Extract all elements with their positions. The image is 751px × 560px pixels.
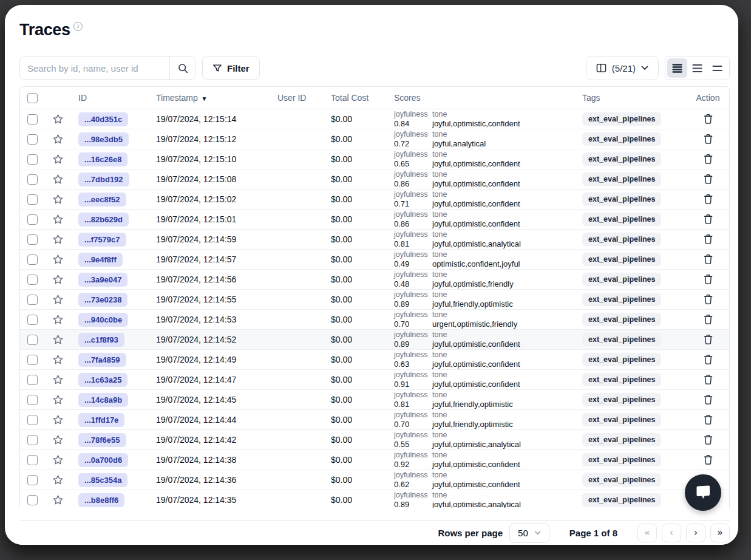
trace-tag-badge[interactable]: ext_eval_pipelines xyxy=(582,253,661,266)
bookmark-star-button[interactable] xyxy=(44,214,71,225)
row-height-large-button[interactable] xyxy=(707,58,727,78)
trace-id-badge[interactable]: ...85c354a xyxy=(78,473,127,487)
row-checkbox[interactable] xyxy=(27,254,38,265)
delete-trace-button[interactable] xyxy=(687,194,729,205)
row-checkbox[interactable] xyxy=(27,214,38,225)
table-row[interactable]: ...eec8f52 19/07/2024, 12:15:02 $0.00 jo… xyxy=(20,190,729,210)
bookmark-star-button[interactable] xyxy=(44,114,71,125)
trace-tag-badge[interactable]: ext_eval_pipelines xyxy=(582,132,661,146)
trace-id-badge[interactable]: ...7dbd192 xyxy=(78,172,129,186)
column-visibility-button[interactable]: (5/21) xyxy=(586,56,659,80)
rows-per-page-select[interactable]: 50 xyxy=(509,523,549,543)
row-checkbox[interactable] xyxy=(27,435,38,445)
row-checkbox[interactable] xyxy=(27,375,38,385)
prev-page-button[interactable]: ‹ xyxy=(662,524,681,542)
table-row[interactable]: ...16c26e8 19/07/2024, 12:15:10 $0.00 jo… xyxy=(20,149,729,169)
table-row[interactable]: ...1c63a25 19/07/2024, 12:14:47 $0.00 jo… xyxy=(20,370,729,390)
row-checkbox[interactable] xyxy=(27,455,38,465)
bookmark-star-button[interactable] xyxy=(44,254,71,265)
delete-trace-button[interactable] xyxy=(687,134,729,145)
bookmark-star-button[interactable] xyxy=(44,454,71,466)
trace-tag-badge[interactable]: ext_eval_pipelines xyxy=(582,213,661,226)
trace-id-badge[interactable]: ...14c8a9b xyxy=(78,393,128,407)
trace-id-badge[interactable]: ...1c63a25 xyxy=(78,373,127,387)
trace-id-badge[interactable]: ...78f6e55 xyxy=(78,433,126,447)
row-checkbox[interactable] xyxy=(27,154,38,165)
table-row[interactable]: ...14c8a9b 19/07/2024, 12:14:45 $0.00 jo… xyxy=(20,390,729,410)
table-row[interactable]: ...0a700d6 19/07/2024, 12:14:38 $0.00 jo… xyxy=(20,450,729,470)
trace-id-badge[interactable]: ...16c26e8 xyxy=(78,152,127,166)
bookmark-star-button[interactable] xyxy=(44,314,71,326)
row-checkbox[interactable] xyxy=(27,475,38,485)
bookmark-star-button[interactable] xyxy=(44,194,71,205)
delete-trace-button[interactable] xyxy=(687,234,729,245)
table-row[interactable]: ...9e4f8ff 19/07/2024, 12:14:57 $0.00 jo… xyxy=(20,250,729,270)
row-height-small-button[interactable] xyxy=(667,58,687,78)
bookmark-star-button[interactable] xyxy=(44,274,71,285)
trace-tag-badge[interactable]: ext_eval_pipelines xyxy=(582,393,661,406)
delete-trace-button[interactable] xyxy=(687,394,729,405)
trace-tag-badge[interactable]: ext_eval_pipelines xyxy=(582,233,661,246)
table-row[interactable]: ...b8e8ff6 19/07/2024, 12:14:35 $0.00 jo… xyxy=(20,490,729,508)
table-row[interactable]: ...1ffd17e 19/07/2024, 12:14:44 $0.00 jo… xyxy=(20,410,729,430)
trace-tag-badge[interactable]: ext_eval_pipelines xyxy=(582,353,661,366)
row-checkbox[interactable] xyxy=(27,174,38,185)
bookmark-star-button[interactable] xyxy=(44,394,71,406)
table-row[interactable]: ...f7579c7 19/07/2024, 12:14:59 $0.00 jo… xyxy=(20,230,729,250)
chat-widget-button[interactable] xyxy=(685,474,721,511)
trace-tag-badge[interactable]: ext_eval_pipelines xyxy=(582,453,661,466)
bookmark-star-button[interactable] xyxy=(44,134,71,145)
trace-tag-badge[interactable]: ext_eval_pipelines xyxy=(582,413,661,426)
bookmark-star-button[interactable] xyxy=(44,494,71,506)
trace-tag-badge[interactable]: ext_eval_pipelines xyxy=(582,172,661,186)
trace-tag-badge[interactable]: ext_eval_pipelines xyxy=(582,293,661,306)
trace-id-badge[interactable]: ...82b629d xyxy=(78,213,129,227)
table-row[interactable]: ...7fa4859 19/07/2024, 12:14:49 $0.00 jo… xyxy=(20,350,729,370)
table-row[interactable]: ...85c354a 19/07/2024, 12:14:36 $0.00 jo… xyxy=(20,470,729,490)
trace-id-badge[interactable]: ...0a700d6 xyxy=(78,453,128,467)
trace-id-badge[interactable]: ...40d351c xyxy=(78,112,128,126)
row-checkbox[interactable] xyxy=(27,275,38,285)
table-row[interactable]: ...7dbd192 19/07/2024, 12:15:08 $0.00 jo… xyxy=(20,169,729,190)
trace-id-badge[interactable]: ...73e0238 xyxy=(78,293,127,307)
trace-id-badge[interactable]: ...b8e8ff6 xyxy=(78,493,124,507)
row-checkbox[interactable] xyxy=(27,134,38,145)
trace-id-badge[interactable]: ...c1f8f93 xyxy=(78,333,124,347)
delete-trace-button[interactable] xyxy=(687,214,729,225)
bookmark-star-button[interactable] xyxy=(44,154,71,165)
delete-trace-button[interactable] xyxy=(687,174,729,185)
trace-id-badge[interactable]: ...9e4f8ff xyxy=(78,253,123,267)
delete-trace-button[interactable] xyxy=(687,374,729,385)
table-row[interactable]: ...73e0238 19/07/2024, 12:14:55 $0.00 jo… xyxy=(20,290,729,310)
delete-trace-button[interactable] xyxy=(687,274,729,285)
trace-id-badge[interactable]: ...f7579c7 xyxy=(78,233,126,247)
table-row[interactable]: ...c1f8f93 19/07/2024, 12:14:52 $0.00 jo… xyxy=(20,330,729,350)
trace-tag-badge[interactable]: ext_eval_pipelines xyxy=(582,493,661,507)
row-checkbox[interactable] xyxy=(27,335,38,345)
bookmark-star-button[interactable] xyxy=(44,474,71,486)
trace-tag-badge[interactable]: ext_eval_pipelines xyxy=(582,333,661,346)
delete-trace-button[interactable] xyxy=(687,294,729,305)
row-checkbox[interactable] xyxy=(27,114,38,125)
delete-trace-button[interactable] xyxy=(687,254,729,265)
row-checkbox[interactable] xyxy=(27,295,38,305)
delete-trace-button[interactable] xyxy=(687,414,729,425)
delete-trace-button[interactable] xyxy=(687,354,729,365)
bookmark-star-button[interactable] xyxy=(44,374,71,386)
trace-id-badge[interactable]: ...940c0be xyxy=(78,313,128,327)
table-row[interactable]: ...82b629d 19/07/2024, 12:15:01 $0.00 jo… xyxy=(20,210,729,230)
bookmark-star-button[interactable] xyxy=(44,354,71,366)
trace-tag-badge[interactable]: ext_eval_pipelines xyxy=(582,433,661,446)
row-checkbox[interactable] xyxy=(27,415,38,425)
next-page-button[interactable]: › xyxy=(686,524,705,542)
row-height-medium-button[interactable] xyxy=(687,58,707,78)
filter-button[interactable]: Filter xyxy=(202,56,260,80)
column-header-timestamp[interactable]: Timestamp ▼ xyxy=(156,93,277,103)
table-row[interactable]: ...3a9e047 19/07/2024, 12:14:56 $0.00 jo… xyxy=(20,270,729,290)
trace-tag-badge[interactable]: ext_eval_pipelines xyxy=(582,313,661,326)
delete-trace-button[interactable] xyxy=(687,314,729,325)
info-icon[interactable]: i xyxy=(73,22,83,31)
trace-tag-badge[interactable]: ext_eval_pipelines xyxy=(582,112,661,126)
first-page-button[interactable]: « xyxy=(637,524,657,542)
trace-tag-badge[interactable]: ext_eval_pipelines xyxy=(582,473,661,487)
